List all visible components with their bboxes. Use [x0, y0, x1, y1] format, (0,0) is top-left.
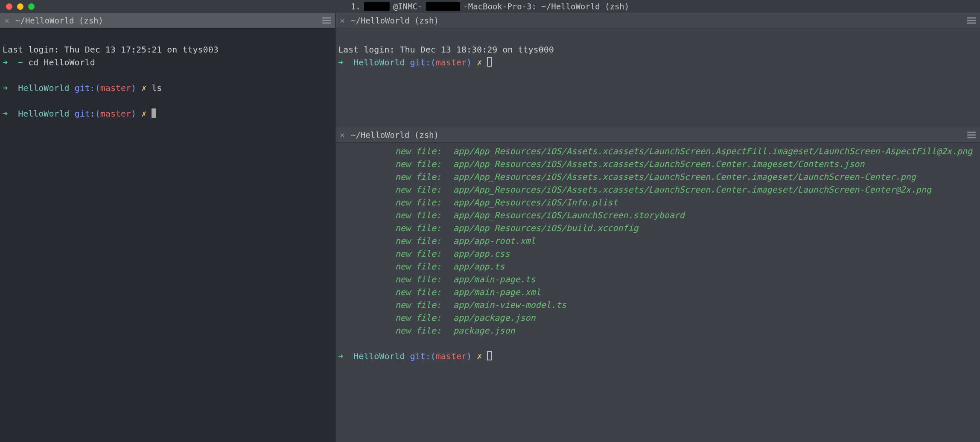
status-row: new file:app/app.ts — [338, 260, 977, 273]
cursor — [487, 351, 492, 360]
dirty-icon: ✗ — [477, 57, 482, 67]
last-login-right-top: Last login: Thu Dec 13 18:30:29 on ttys0… — [338, 44, 554, 55]
pane-right-top: × ~/HelloWorld (zsh) Last login: Thu Dec… — [335, 13, 980, 127]
status-path: app/App_Resources/iOS/Assets.xcassets/La… — [453, 172, 916, 182]
status-path: app/App_Resources/iOS/LaunchScreen.story… — [453, 210, 685, 220]
status-row: new file:app/App_Resources/iOS/build.xcc… — [338, 222, 977, 234]
status-row: new file:app/app.css — [338, 247, 977, 260]
prompt-arrow-icon: ➜ — [3, 108, 8, 119]
status-label: new file: — [338, 260, 453, 273]
tab-title-left: ~/HelloWorld (zsh) — [15, 16, 103, 25]
close-tab-icon[interactable]: × — [4, 16, 9, 25]
prompt-arrow-icon: ➜ — [3, 57, 8, 67]
status-path: app/App_Resources/iOS/Assets.xcassets/La… — [453, 146, 972, 156]
close-tab-icon[interactable]: × — [340, 16, 345, 25]
tabbar-right-bottom[interactable]: × ~/HelloWorld (zsh) — [335, 127, 980, 143]
status-label: new file: — [338, 158, 453, 170]
prompt-command: ls — [152, 83, 162, 93]
tabbar-left[interactable]: × ~/HelloWorld (zsh) — [0, 13, 335, 28]
status-row: new file:app/main-view-model.ts — [338, 299, 977, 311]
status-row: new file:app/App_Resources/iOS/Info.plis… — [338, 196, 977, 209]
git-close: ) — [131, 83, 136, 93]
git-branch: master — [436, 57, 467, 67]
status-path: package.json — [453, 325, 515, 336]
traffic-lights — [0, 3, 35, 10]
prompt-line: ➜ HelloWorld git:(master) ✗ — [338, 350, 977, 363]
dirty-icon: ✗ — [477, 351, 482, 361]
status-label: new file: — [338, 196, 453, 209]
dirty-icon: ✗ — [141, 83, 146, 93]
prompt-dir: HelloWorld — [353, 351, 405, 361]
status-path: app/app-root.xml — [453, 236, 536, 246]
prompt-dir: HelloWorld — [18, 83, 69, 93]
terminal-right-top[interactable]: Last login: Thu Dec 13 18:30:29 on ttys0… — [335, 28, 980, 127]
title-prefix: 1. — [351, 2, 361, 11]
menu-icon[interactable] — [967, 17, 976, 23]
status-row: new file:app/App_Resources/iOS/Assets.xc… — [338, 183, 977, 196]
minimize-window-button[interactable] — [17, 3, 23, 10]
status-label: new file: — [338, 324, 453, 337]
prompt-line: ➜ HelloWorld git:(master) ✗ — [3, 107, 332, 120]
git-branch: master — [436, 351, 467, 361]
status-label: new file: — [338, 145, 453, 158]
title-suffix: -MacBook-Pro-3: ~/HelloWorld (zsh) — [463, 2, 629, 11]
status-row: new file:app/package.json — [338, 311, 977, 324]
redacted-user — [364, 2, 390, 11]
status-label: new file: — [338, 273, 453, 286]
tab-title-right-bottom: ~/HelloWorld (zsh) — [351, 130, 439, 140]
titlebar[interactable]: 1. @INMC- -MacBook-Pro-3: ~/HelloWorld (… — [0, 0, 980, 13]
panes-container: × ~/HelloWorld (zsh) Last login: Thu Dec… — [0, 13, 980, 442]
pane-left: × ~/HelloWorld (zsh) Last login: Thu Dec… — [0, 13, 335, 442]
prompt-arrow-icon: ➜ — [3, 83, 8, 93]
status-path: app/main-page.ts — [453, 274, 536, 284]
last-login-left: Last login: Thu Dec 13 17:25:21 on ttys0… — [3, 44, 219, 55]
prompt-arrow-icon: ➜ — [338, 351, 343, 361]
status-row: new file:app/main-page.xml — [338, 286, 977, 299]
status-path: app/app.css — [453, 249, 510, 259]
terminal-left[interactable]: Last login: Thu Dec 13 17:25:21 on ttys0… — [0, 28, 335, 442]
status-label: new file: — [338, 299, 453, 311]
status-label: new file: — [338, 311, 453, 324]
window-title: 1. @INMC- -MacBook-Pro-3: ~/HelloWorld (… — [351, 2, 629, 11]
cursor — [487, 57, 492, 67]
status-label: new file: — [338, 234, 453, 247]
status-label: new file: — [338, 170, 453, 183]
close-window-button[interactable] — [6, 3, 12, 10]
status-path: app/app.ts — [453, 261, 505, 272]
status-label: new file: — [338, 209, 453, 222]
git-close: ) — [131, 108, 136, 119]
prompt-dir: HelloWorld — [353, 57, 405, 67]
prompt-line: ➜ ~ cd HelloWorld — [3, 56, 332, 69]
git-label: git:( — [410, 57, 436, 67]
pane-right: × ~/HelloWorld (zsh) Last login: Thu Dec… — [335, 13, 980, 442]
status-path: app/main-view-model.ts — [453, 300, 566, 310]
prompt-command: cd HelloWorld — [28, 57, 95, 67]
status-row: new file:package.json — [338, 324, 977, 337]
status-path: app/App_Resources/iOS/build.xcconfig — [453, 223, 638, 233]
git-close: ) — [467, 351, 472, 361]
close-tab-icon[interactable]: × — [340, 131, 345, 139]
status-row: new file:app/main-page.ts — [338, 273, 977, 286]
zoom-window-button[interactable] — [28, 3, 35, 10]
status-path: app/App_Resources/iOS/Assets.xcassets/La… — [453, 159, 864, 169]
status-row: new file:app/App_Resources/iOS/Assets.xc… — [338, 158, 977, 170]
status-row: new file:app/app-root.xml — [338, 234, 977, 247]
status-row: new file:app/App_Resources/iOS/Assets.xc… — [338, 145, 977, 158]
status-path: app/main-page.xml — [453, 287, 541, 297]
menu-icon[interactable] — [967, 132, 976, 138]
status-path: app/App_Resources/iOS/Assets.xcassets/La… — [453, 184, 931, 195]
terminal-window: 1. @INMC- -MacBook-Pro-3: ~/HelloWorld (… — [0, 0, 980, 442]
tabbar-right-top[interactable]: × ~/HelloWorld (zsh) — [335, 13, 980, 28]
git-label: git:( — [75, 108, 100, 119]
status-path: app/App_Resources/iOS/Info.plist — [453, 197, 618, 208]
git-label: git:( — [75, 83, 100, 93]
terminal-right-bottom[interactable]: new file:app/App_Resources/iOS/Assets.xc… — [335, 143, 980, 442]
prompt-arrow-icon: ➜ — [338, 57, 343, 67]
prompt-line: ➜ HelloWorld git:(master) ✗ ls — [3, 82, 332, 94]
status-label: new file: — [338, 183, 453, 196]
git-branch: master — [100, 108, 131, 119]
pane-right-bottom: × ~/HelloWorld (zsh) new file:app/App_Re… — [335, 127, 980, 442]
tab-title-right-top: ~/HelloWorld (zsh) — [351, 16, 439, 25]
menu-icon[interactable] — [322, 17, 331, 23]
git-label: git:( — [410, 351, 436, 361]
